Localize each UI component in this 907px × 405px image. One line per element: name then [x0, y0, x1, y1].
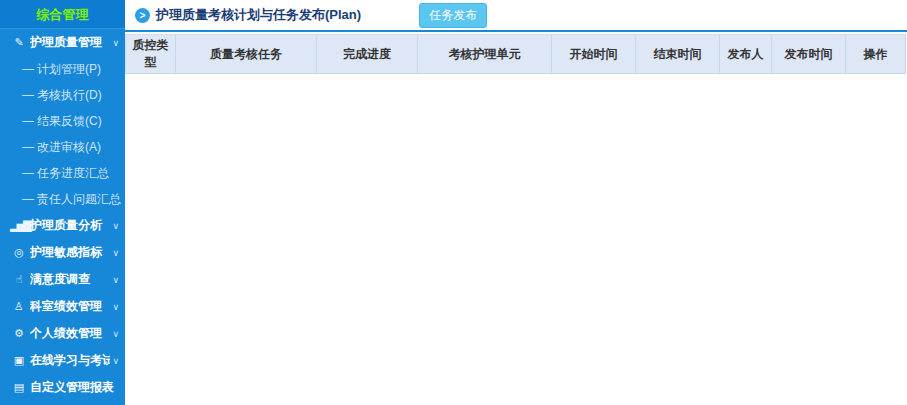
- dash-bullet: —: [22, 192, 34, 206]
- badge-icon: ▣: [10, 354, 26, 367]
- dash-bullet: —: [22, 62, 34, 76]
- col-units: 考核护理单元: [418, 35, 552, 74]
- dash-bullet: —: [22, 88, 34, 102]
- sidebar-item-department-performance[interactable]: ♙ 科室绩效管理 ∨: [0, 293, 125, 320]
- arrow-circle-icon: >: [135, 8, 150, 23]
- page-title: 护理质量考核计划与任务发布(Plan): [156, 6, 361, 24]
- sidebar-item-satisfaction-survey[interactable]: ☝ 满意度调查 ∨: [0, 266, 125, 293]
- sidebar-item-result-feedback[interactable]: — 结果反馈(C): [0, 108, 125, 134]
- dash-bullet: —: [22, 166, 34, 180]
- sidebar-item-sensitive-indicators[interactable]: ◎ 护理敏感指标 ∨: [0, 239, 125, 266]
- report-icon: ▤: [10, 381, 26, 394]
- submenu-label: 计划管理(P): [37, 61, 101, 78]
- sidebar-item-quality-analysis[interactable]: ▂▅▇ 护理质量分析 ∨: [0, 212, 125, 239]
- submenu-label: 结果反馈(C): [37, 113, 102, 130]
- thumb-up-icon: ☝: [10, 273, 26, 286]
- dash-bullet: —: [22, 140, 34, 154]
- col-publisher: 发布人: [720, 35, 772, 74]
- main-content: > 护理质量考核计划与任务发布(Plan) 任务发布 质控类型 质量考核任务 完…: [125, 0, 907, 405]
- sidebar-item-label: 护理质量管理: [30, 34, 110, 51]
- page-header: > 护理质量考核计划与任务发布(Plan) 任务发布: [125, 0, 907, 32]
- app-window: 综合管理 ✎ 护理质量管理 ∨ — 计划管理(P) — 考核执行(D) — 结果…: [0, 0, 907, 405]
- chevron-down-icon: ∨: [112, 302, 119, 312]
- sidebar-item-nursing-quality-management[interactable]: ✎ 护理质量管理 ∨: [0, 29, 125, 56]
- assessment-plan-table: 质控类型 质量考核任务 完成进度 考核护理单元 开始时间 结束时间 发布人 发布…: [125, 34, 906, 74]
- bar-chart-icon: ▂▅▇: [10, 219, 26, 232]
- sidebar-item-custom-edit-reports[interactable]: ✐ 自定义编辑报表 ∨: [0, 401, 125, 405]
- col-end: 结束时间: [636, 35, 720, 74]
- target-icon: ◎: [10, 246, 26, 259]
- col-publish-date: 发布时间: [772, 35, 846, 74]
- chevron-down-icon: ∨: [112, 329, 119, 339]
- col-action: 操作: [846, 35, 906, 74]
- sidebar-item-assessment-execution[interactable]: — 考核执行(D): [0, 82, 125, 108]
- submenu-label: 任务进度汇总: [37, 165, 109, 182]
- publish-task-button[interactable]: 任务发布: [419, 3, 487, 28]
- chevron-down-icon: ∨: [112, 38, 119, 48]
- col-type: 质控类型: [126, 35, 176, 74]
- sidebar: 综合管理 ✎ 护理质量管理 ∨ — 计划管理(P) — 考核执行(D) — 结果…: [0, 0, 125, 405]
- dash-bullet: —: [22, 114, 34, 128]
- submenu-label: 改进审核(A): [37, 139, 101, 156]
- sidebar-item-personal-performance[interactable]: ⚙ 个人绩效管理 ∨: [0, 320, 125, 347]
- sidebar-item-custom-management-reports[interactable]: ▤ 自定义管理报表: [0, 374, 125, 401]
- chevron-down-icon: ∨: [112, 221, 119, 231]
- sidebar-item-improvement-review[interactable]: — 改进审核(A): [0, 134, 125, 160]
- sidebar-item-online-learning-exam[interactable]: ▣ 在线学习与考试 ∨: [0, 347, 125, 374]
- col-progress: 完成进度: [317, 35, 418, 74]
- lock-icon: ⚙: [10, 327, 26, 340]
- chevron-down-icon: ∨: [112, 356, 119, 366]
- table-header-row: 质控类型 质量考核任务 完成进度 考核护理单元 开始时间 结束时间 发布人 发布…: [126, 35, 906, 74]
- sidebar-title: 综合管理: [0, 0, 125, 29]
- submenu-label: 责任人问题汇总: [37, 191, 121, 208]
- col-start: 开始时间: [552, 35, 636, 74]
- chevron-down-icon: ∨: [112, 275, 119, 285]
- col-task: 质量考核任务: [176, 35, 317, 74]
- note-edit-icon: ✎: [10, 36, 26, 49]
- submenu-label: 考核执行(D): [37, 87, 102, 104]
- chevron-down-icon: ∨: [112, 248, 119, 258]
- sidebar-item-task-progress-summary[interactable]: — 任务进度汇总: [0, 160, 125, 186]
- person-icon: ♙: [10, 300, 26, 313]
- sidebar-item-responsible-issue-summary[interactable]: — 责任人问题汇总: [0, 186, 125, 212]
- sidebar-item-plan-management[interactable]: — 计划管理(P): [0, 56, 125, 82]
